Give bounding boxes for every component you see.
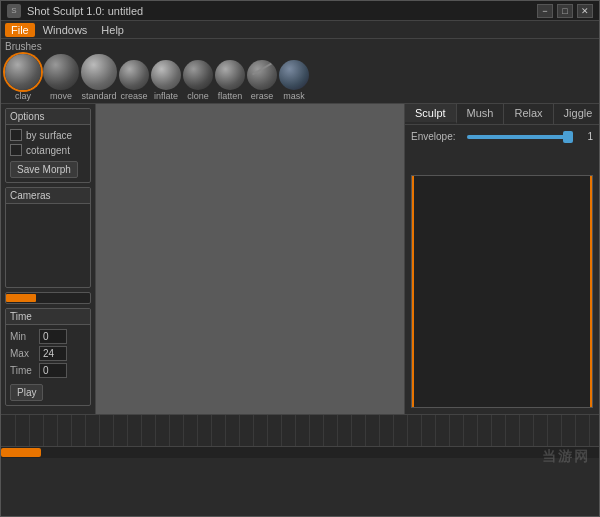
tl-line (309, 415, 310, 446)
brush-sphere-inflate (151, 60, 181, 90)
options-section: Options by surface cotangent Save Morph (5, 108, 91, 183)
tl-line (267, 415, 268, 446)
right-content: Envelope: 1 (405, 125, 599, 414)
viewport[interactable] (96, 104, 404, 414)
envelope-label: Envelope: (411, 131, 461, 142)
timeline-track[interactable] (1, 415, 599, 446)
brush-clay[interactable]: clay (5, 54, 41, 101)
tl-line (29, 415, 30, 446)
right-graph-left-line (412, 176, 414, 407)
tl-line (575, 415, 576, 446)
tl-line (435, 415, 436, 446)
tl-line (519, 415, 520, 446)
left-panel: Options by surface cotangent Save Morph … (1, 104, 96, 414)
tl-line (85, 415, 86, 446)
tl-line (253, 415, 254, 446)
right-panel: Sculpt Mush Relax Jiggle Cloth Envelope:… (404, 104, 599, 414)
tab-jiggle[interactable]: Jiggle (554, 104, 600, 124)
bottom-area (1, 414, 599, 458)
title-text: Shot Sculpt 1.0: untitled (27, 5, 143, 17)
cameras-title: Cameras (6, 188, 90, 204)
by-surface-checkbox[interactable] (10, 129, 22, 141)
brush-sphere-erase (247, 60, 277, 90)
envelope-thumb (563, 131, 573, 143)
time-current-input[interactable] (39, 363, 67, 378)
menu-item-file[interactable]: File (5, 23, 35, 37)
right-graph-right-line (590, 176, 592, 407)
title-bar-left: S Shot Sculpt 1.0: untitled (7, 4, 143, 18)
brushes-row: clay move standard crease inflate clone … (5, 54, 595, 103)
left-timeline[interactable] (5, 292, 91, 304)
brush-standard[interactable]: standard (81, 54, 117, 101)
brush-sphere-move (43, 54, 79, 90)
brushes-bar: Brushes clay move standard crease inflat… (1, 39, 599, 104)
tl-line (533, 415, 534, 446)
envelope-slider[interactable] (467, 135, 573, 139)
time-min-row: Min (10, 329, 86, 344)
tl-line (281, 415, 282, 446)
tl-line (561, 415, 562, 446)
tl-line (351, 415, 352, 446)
envelope-fill (467, 135, 568, 139)
tl-line (239, 415, 240, 446)
tl-scrollbar-thumb (1, 448, 41, 457)
cameras-body (6, 204, 90, 254)
maximize-button[interactable]: □ (557, 4, 573, 18)
tl-line (589, 415, 590, 446)
menu-item-windows[interactable]: Windows (37, 23, 94, 37)
main-layout: Options by surface cotangent Save Morph … (1, 104, 599, 414)
tl-line (295, 415, 296, 446)
right-tabs: Sculpt Mush Relax Jiggle Cloth (405, 104, 599, 125)
play-button[interactable]: Play (10, 384, 43, 401)
tl-line (323, 415, 324, 446)
brush-move[interactable]: move (43, 54, 79, 101)
brush-inflate[interactable]: inflate (151, 60, 181, 101)
cotangent-checkbox[interactable] (10, 144, 22, 156)
envelope-row: Envelope: 1 (411, 131, 593, 142)
brush-label-clay: clay (15, 91, 31, 101)
tab-relax[interactable]: Relax (504, 104, 553, 124)
cameras-section: Cameras (5, 187, 91, 288)
app-icon: S (7, 4, 21, 18)
envelope-value: 1 (579, 131, 593, 142)
tl-line (449, 415, 450, 446)
brush-clone[interactable]: clone (183, 60, 213, 101)
save-morph-button[interactable]: Save Morph (10, 161, 78, 178)
tl-line (505, 415, 506, 446)
tl-line (197, 415, 198, 446)
tab-mush[interactable]: Mush (457, 104, 505, 124)
time-max-input[interactable] (39, 346, 67, 361)
brush-label-inflate: inflate (154, 91, 178, 101)
menu-item-help[interactable]: Help (95, 23, 130, 37)
tl-line (169, 415, 170, 446)
close-button[interactable]: ✕ (577, 4, 593, 18)
tab-sculpt[interactable]: Sculpt (405, 104, 457, 124)
brush-label-crease: crease (120, 91, 147, 101)
timeline-scrollbar[interactable] (1, 446, 599, 458)
title-bar: S Shot Sculpt 1.0: untitled − □ ✕ (1, 1, 599, 21)
time-title: Time (6, 309, 90, 325)
brush-mask[interactable]: mask (279, 60, 309, 101)
brush-crease[interactable]: crease (119, 60, 149, 101)
minimize-button[interactable]: − (537, 4, 553, 18)
brush-flatten[interactable]: flatten (215, 60, 245, 101)
cotangent-row: cotangent (10, 144, 86, 156)
brush-label-flatten: flatten (218, 91, 243, 101)
tl-line (127, 415, 128, 446)
tl-line (547, 415, 548, 446)
tl-line (463, 415, 464, 446)
brush-erase[interactable]: erase (247, 60, 277, 101)
time-section: Time Min Max Time Play (5, 308, 91, 406)
tl-line (337, 415, 338, 446)
brush-sphere-mask (279, 60, 309, 90)
time-min-label: Min (10, 331, 35, 342)
brush-label-move: move (50, 91, 72, 101)
brush-sphere-standard (81, 54, 117, 90)
tl-line (421, 415, 422, 446)
title-bar-controls: − □ ✕ (537, 4, 593, 18)
cotangent-label: cotangent (26, 145, 70, 156)
right-graph (411, 175, 593, 408)
tl-line (365, 415, 366, 446)
time-min-input[interactable] (39, 329, 67, 344)
tl-line (57, 415, 58, 446)
